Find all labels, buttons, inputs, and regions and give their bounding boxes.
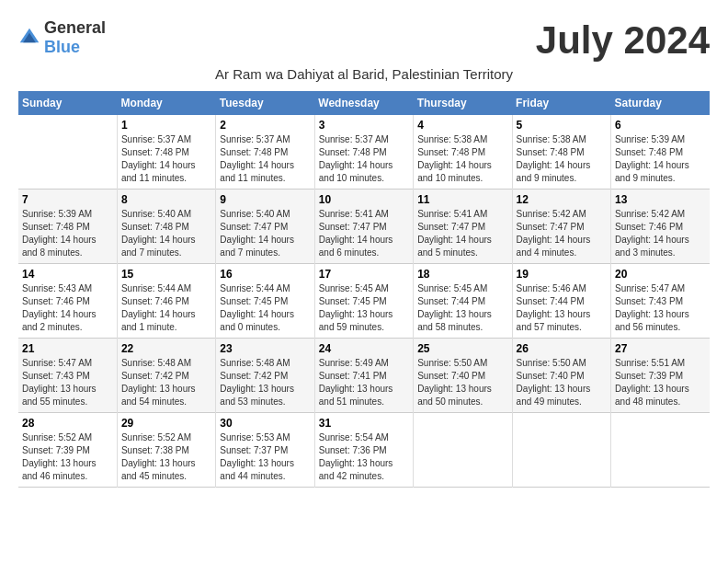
day-header-tuesday: Tuesday (216, 91, 314, 115)
logo-general: General (44, 18, 106, 37)
day-number: 5 (517, 119, 607, 132)
day-info: Sunrise: 5:48 AMSunset: 7:42 PMDaylight:… (220, 357, 310, 408)
calendar-cell: 8Sunrise: 5:40 AMSunset: 7:48 PMDaylight… (117, 190, 215, 264)
day-number: 29 (121, 417, 211, 430)
day-number: 19 (517, 268, 607, 281)
calendar-week-5: 28Sunrise: 5:52 AMSunset: 7:39 PMDayligh… (18, 413, 710, 488)
calendar-week-2: 7Sunrise: 5:39 AMSunset: 7:48 PMDaylight… (18, 190, 710, 264)
day-info: Sunrise: 5:50 AMSunset: 7:40 PMDaylight:… (517, 357, 607, 408)
day-header-saturday: Saturday (611, 91, 710, 115)
calendar-cell: 2Sunrise: 5:37 AMSunset: 7:48 PMDaylight… (216, 115, 314, 190)
calendar-table: SundayMondayTuesdayWednesdayThursdayFrid… (18, 91, 710, 488)
day-info: Sunrise: 5:48 AMSunset: 7:42 PMDaylight:… (121, 357, 211, 408)
day-info: Sunrise: 5:40 AMSunset: 7:48 PMDaylight:… (121, 208, 211, 259)
calendar-cell: 13Sunrise: 5:42 AMSunset: 7:46 PMDayligh… (611, 190, 710, 264)
calendar-body: 1Sunrise: 5:37 AMSunset: 7:48 PMDaylight… (18, 115, 710, 488)
day-info: Sunrise: 5:37 AMSunset: 7:48 PMDaylight:… (121, 133, 211, 185)
calendar-header: SundayMondayTuesdayWednesdayThursdayFrid… (18, 91, 710, 115)
calendar-week-4: 21Sunrise: 5:47 AMSunset: 7:43 PMDayligh… (18, 339, 710, 413)
day-number: 27 (615, 342, 706, 355)
calendar-cell: 10Sunrise: 5:41 AMSunset: 7:47 PMDayligh… (314, 190, 413, 264)
day-number: 2 (220, 119, 310, 132)
calendar-cell: 15Sunrise: 5:44 AMSunset: 7:46 PMDayligh… (117, 264, 215, 339)
day-info: Sunrise: 5:53 AMSunset: 7:37 PMDaylight:… (220, 431, 310, 483)
day-number: 10 (319, 193, 409, 206)
day-number: 16 (220, 268, 310, 281)
calendar-cell: 16Sunrise: 5:44 AMSunset: 7:45 PMDayligh… (216, 264, 314, 339)
day-number: 12 (517, 193, 607, 206)
day-number: 17 (319, 268, 409, 281)
logo-text: General Blue (44, 18, 106, 57)
day-number: 21 (22, 342, 113, 355)
day-info: Sunrise: 5:41 AMSunset: 7:47 PMDaylight:… (417, 208, 507, 259)
day-number: 26 (517, 342, 607, 355)
calendar-cell: 1Sunrise: 5:37 AMSunset: 7:48 PMDaylight… (117, 115, 215, 190)
day-info: Sunrise: 5:47 AMSunset: 7:43 PMDaylight:… (615, 282, 706, 334)
day-number: 9 (220, 193, 310, 206)
logo: General Blue (18, 18, 106, 57)
header-row: SundayMondayTuesdayWednesdayThursdayFrid… (18, 91, 710, 115)
day-info: Sunrise: 5:49 AMSunset: 7:41 PMDaylight:… (319, 357, 409, 408)
day-number: 1 (121, 119, 211, 132)
calendar-cell: 31Sunrise: 5:54 AMSunset: 7:36 PMDayligh… (314, 413, 413, 488)
day-number: 15 (121, 268, 211, 281)
day-info: Sunrise: 5:44 AMSunset: 7:46 PMDaylight:… (121, 282, 211, 334)
calendar-cell (414, 413, 512, 488)
day-header-friday: Friday (512, 91, 610, 115)
logo-blue: Blue (44, 38, 80, 56)
calendar-cell: 18Sunrise: 5:45 AMSunset: 7:44 PMDayligh… (414, 264, 512, 339)
calendar-cell: 14Sunrise: 5:43 AMSunset: 7:46 PMDayligh… (18, 264, 117, 339)
day-info: Sunrise: 5:46 AMSunset: 7:44 PMDaylight:… (517, 282, 607, 334)
calendar-cell: 24Sunrise: 5:49 AMSunset: 7:41 PMDayligh… (314, 339, 413, 413)
day-info: Sunrise: 5:44 AMSunset: 7:45 PMDaylight:… (220, 282, 310, 334)
month-title: July 2024 (536, 18, 710, 63)
day-header-wednesday: Wednesday (314, 91, 413, 115)
calendar-cell: 21Sunrise: 5:47 AMSunset: 7:43 PMDayligh… (18, 339, 117, 413)
calendar-cell: 3Sunrise: 5:37 AMSunset: 7:48 PMDaylight… (314, 115, 413, 190)
day-info: Sunrise: 5:47 AMSunset: 7:43 PMDaylight:… (22, 357, 113, 408)
calendar-cell: 9Sunrise: 5:40 AMSunset: 7:47 PMDaylight… (216, 190, 314, 264)
calendar-cell: 12Sunrise: 5:42 AMSunset: 7:47 PMDayligh… (512, 190, 610, 264)
calendar-cell: 29Sunrise: 5:52 AMSunset: 7:38 PMDayligh… (117, 413, 215, 488)
day-info: Sunrise: 5:43 AMSunset: 7:46 PMDaylight:… (22, 282, 113, 334)
subtitle: Ar Ram wa Dahiyat al Barid, Palestinian … (18, 66, 710, 82)
day-header-thursday: Thursday (414, 91, 512, 115)
calendar-cell: 17Sunrise: 5:45 AMSunset: 7:45 PMDayligh… (314, 264, 413, 339)
calendar-cell: 4Sunrise: 5:38 AMSunset: 7:48 PMDaylight… (414, 115, 512, 190)
day-info: Sunrise: 5:45 AMSunset: 7:44 PMDaylight:… (417, 282, 507, 334)
calendar-cell: 28Sunrise: 5:52 AMSunset: 7:39 PMDayligh… (18, 413, 117, 488)
day-info: Sunrise: 5:37 AMSunset: 7:48 PMDaylight:… (319, 133, 409, 185)
day-number: 20 (615, 268, 706, 281)
day-number: 22 (121, 342, 211, 355)
day-number: 24 (319, 342, 409, 355)
calendar-cell: 6Sunrise: 5:39 AMSunset: 7:48 PMDaylight… (611, 115, 710, 190)
calendar-cell: 19Sunrise: 5:46 AMSunset: 7:44 PMDayligh… (512, 264, 610, 339)
day-number: 7 (22, 193, 113, 206)
calendar-cell: 26Sunrise: 5:50 AMSunset: 7:40 PMDayligh… (512, 339, 610, 413)
day-number: 18 (417, 268, 507, 281)
day-info: Sunrise: 5:42 AMSunset: 7:47 PMDaylight:… (517, 208, 607, 259)
calendar-cell: 20Sunrise: 5:47 AMSunset: 7:43 PMDayligh… (611, 264, 710, 339)
page-header: General Blue July 2024 (18, 18, 710, 63)
day-number: 14 (22, 268, 113, 281)
day-number: 31 (319, 417, 409, 430)
day-number: 11 (417, 193, 507, 206)
logo-icon (18, 27, 40, 49)
calendar-cell (18, 115, 117, 190)
day-number: 8 (121, 193, 211, 206)
day-header-sunday: Sunday (18, 91, 117, 115)
day-number: 23 (220, 342, 310, 355)
day-info: Sunrise: 5:51 AMSunset: 7:39 PMDaylight:… (615, 357, 706, 408)
calendar-cell (611, 413, 710, 488)
day-number: 25 (417, 342, 507, 355)
calendar-cell: 23Sunrise: 5:48 AMSunset: 7:42 PMDayligh… (216, 339, 314, 413)
calendar-week-1: 1Sunrise: 5:37 AMSunset: 7:48 PMDaylight… (18, 115, 710, 190)
day-header-monday: Monday (117, 91, 215, 115)
day-info: Sunrise: 5:39 AMSunset: 7:48 PMDaylight:… (615, 133, 706, 185)
day-number: 30 (220, 417, 310, 430)
day-info: Sunrise: 5:39 AMSunset: 7:48 PMDaylight:… (22, 208, 113, 259)
day-number: 4 (417, 119, 507, 132)
calendar-cell (512, 413, 610, 488)
calendar-cell: 25Sunrise: 5:50 AMSunset: 7:40 PMDayligh… (414, 339, 512, 413)
calendar-cell: 11Sunrise: 5:41 AMSunset: 7:47 PMDayligh… (414, 190, 512, 264)
